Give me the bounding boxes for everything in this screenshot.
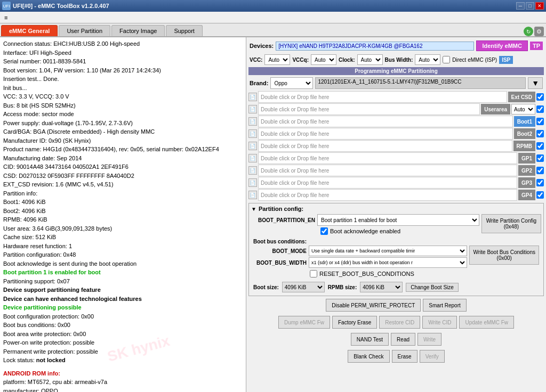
- file-icon-gp1[interactable]: 📄: [248, 154, 257, 162]
- minimize-button[interactable]: ─: [516, 2, 525, 10]
- title-bar-left: UFI UFI[#0] - eMMC ToolBox v1.2.0.407: [2, 2, 109, 10]
- info-line: Serial number: 0011-8839-5841: [3, 57, 243, 66]
- maximize-button[interactable]: □: [526, 2, 534, 10]
- refresh-icon[interactable]: ↻: [524, 27, 533, 36]
- gp2-checkbox[interactable]: [536, 167, 544, 174]
- direct-emmc-label: Direct eMMC (ISP): [452, 57, 497, 63]
- file-drop-boot1[interactable]: Double click or Drop file here: [258, 116, 513, 127]
- action-row-2: Dump eMMC Fw Factory Erase Restore CID W…: [248, 314, 544, 330]
- userarea-checkbox[interactable]: [536, 105, 544, 113]
- boot-ack-checkbox[interactable]: [320, 227, 328, 235]
- menu-bar: ≡: [0, 12, 546, 23]
- file-icon-rpmb[interactable]: 📄: [248, 142, 257, 150]
- write-cid-button[interactable]: Write CID: [422, 316, 457, 329]
- file-drop-boot2[interactable]: Double click or Drop file here: [258, 128, 513, 140]
- boot-partition-en-select[interactable]: Boot partition 1 enabled for boot: [317, 214, 479, 226]
- restore-cid-button[interactable]: Restore CID: [379, 316, 420, 329]
- file-drop-gp2[interactable]: Double click or Drop file here: [258, 165, 517, 176]
- blank-check-button[interactable]: Blank Check: [348, 350, 389, 363]
- smart-report-button[interactable]: Smart Report: [423, 299, 466, 312]
- gp4-checkbox[interactable]: [536, 191, 544, 199]
- file-icon-ext-csd[interactable]: 📄: [248, 93, 257, 101]
- disable-perm-write-protect-button[interactable]: Disable PERM_WRITE_PROTECT: [326, 299, 421, 312]
- boot-size-select[interactable]: 4096 KiB: [282, 282, 325, 292]
- file-icon-gp3[interactable]: 📄: [248, 178, 257, 187]
- tab-emmc-general[interactable]: eMMC General: [1, 25, 58, 36]
- write-boot-bus-conditions-button[interactable]: Write Boot Bus Conditions (0x00): [469, 246, 539, 265]
- info-line: Boot1: 4096 KiB: [3, 198, 243, 207]
- write-partition-config-button[interactable]: Write Partition Config (0x48): [481, 214, 541, 233]
- reset-boot-bus-checkbox[interactable]: [310, 270, 317, 277]
- bus-width-select[interactable]: Auto: [415, 54, 440, 65]
- boot2-checkbox[interactable]: [536, 130, 544, 137]
- file-icon-userarea[interactable]: 📄: [248, 105, 257, 113]
- vccq-select[interactable]: Auto: [311, 54, 336, 65]
- model-value: 1201(1201EX-A_11_160715-5.1-LMY47I)[F312…: [315, 77, 526, 89]
- direct-emmc-checkbox[interactable]: [443, 56, 450, 63]
- userarea-auto-select[interactable]: Auto: [511, 104, 535, 115]
- file-drop-gp3[interactable]: Double click or Drop file here: [258, 177, 517, 189]
- update-emmc-fw-button[interactable]: Update eMMC Fw: [459, 316, 514, 329]
- read-button[interactable]: Read: [391, 333, 415, 346]
- file-icon-gp2[interactable]: 📄: [248, 166, 257, 175]
- file-row-ext-csd: 📄 Double click or Drop file here Ext CSD: [248, 91, 544, 103]
- tab-factory-image[interactable]: Factory Image: [111, 25, 165, 36]
- file-row-rpmb: 📄 Double click or Drop file here RPMB: [248, 140, 544, 152]
- info-line: Boot area write protection: 0x00: [3, 330, 243, 339]
- partition-config-section: ▼ Partition config: BOOT_PARTITION_EN Bo…: [248, 203, 544, 296]
- dump-emmc-fw-button[interactable]: Dump eMMC Fw: [278, 316, 330, 329]
- file-drop-rpmb[interactable]: Double click or Drop file here: [258, 140, 512, 152]
- hamburger-menu[interactable]: ≡: [0, 13, 12, 22]
- close-button[interactable]: ✕: [535, 2, 544, 10]
- gp3-checkbox[interactable]: [536, 179, 544, 186]
- gear-icon[interactable]: ⚙: [534, 27, 544, 36]
- tag-gp3: GP3: [518, 177, 535, 188]
- file-drop-ext-csd[interactable]: Double click or Drop file here: [258, 91, 507, 103]
- file-icon-gp4[interactable]: 📄: [248, 191, 257, 199]
- nand-test-button[interactable]: NAND Test: [351, 333, 389, 346]
- reset-row: RESET_BOOT_BUS_CONDITIONS: [310, 270, 539, 277]
- model-expand-button[interactable]: ▼: [528, 77, 543, 89]
- info-line: Power-on write protection: possible: [3, 338, 243, 347]
- info-line: Device support partitioning feature: [3, 285, 243, 295]
- info-line: Partition info:: [3, 189, 243, 198]
- file-row-gp2: 📄 Double click or Drop file here GP2: [248, 165, 544, 176]
- file-row-boot1: 📄 Double click or Drop file here Boot1: [248, 116, 544, 127]
- tab-user-partition[interactable]: User Partition: [59, 25, 110, 36]
- file-drop-userarea[interactable]: Double click or Drop file here: [258, 103, 480, 115]
- tag-gp1: GP1: [518, 153, 535, 164]
- change-boot-size-button[interactable]: Change Boot Size: [406, 283, 459, 292]
- window-title: UFI[#0] - eMMC ToolBox v1.2.0.407: [13, 3, 109, 9]
- file-drop-gp1[interactable]: Double click or Drop file here: [258, 152, 517, 164]
- vcc-select[interactable]: Auto: [264, 54, 290, 65]
- tag-boot1: Boot1: [514, 116, 535, 127]
- factory-erase-button[interactable]: Factory Erase: [332, 316, 377, 329]
- rpmb-checkbox[interactable]: [536, 142, 544, 150]
- boot-mode-select[interactable]: Use single data rate + backward compatib…: [309, 246, 467, 256]
- isp-badge: ISP: [499, 56, 513, 64]
- file-drop-gp4[interactable]: Double click or Drop file here: [258, 189, 517, 201]
- verify-button[interactable]: Verify: [420, 350, 445, 363]
- partition-config-label: Partition config:: [259, 206, 303, 212]
- info-line: Bus: 8 bit (HS SDR 52MHz): [3, 101, 243, 110]
- boot-mode-label: BOOT_MODE: [253, 248, 307, 254]
- file-icon-boot1[interactable]: 📄: [248, 117, 257, 126]
- ext-csd-checkbox[interactable]: [536, 93, 544, 101]
- device-partitioning: Device partitioning possible: [3, 303, 243, 312]
- erase-button[interactable]: Erase: [392, 350, 417, 363]
- write-button[interactable]: Write: [417, 333, 441, 346]
- file-icon-boot2[interactable]: 📄: [248, 129, 257, 138]
- rpmb-size-select[interactable]: 4096 KiB: [360, 282, 403, 292]
- boot-bus-width-select[interactable]: x1 (sdr) or x4 (ddr) bus width in boot o…: [309, 257, 467, 268]
- identify-emmc-button[interactable]: Identify eMMC: [476, 40, 528, 51]
- tab-support[interactable]: Support: [166, 25, 203, 36]
- tp-badge: TP: [530, 42, 543, 50]
- gp1-checkbox[interactable]: [536, 154, 544, 162]
- brand-select[interactable]: Oppo: [270, 77, 313, 89]
- boot1-checkbox[interactable]: [536, 118, 544, 125]
- file-row-gp4: 📄 Double click or Drop file here GP4: [248, 189, 544, 201]
- clock-select[interactable]: Auto: [357, 54, 383, 65]
- file-row-userarea: 📄 Double click or Drop file here Userare…: [248, 103, 544, 115]
- boot-ack-label: Boot acknowledge enabled: [330, 228, 400, 234]
- partition-collapse-icon[interactable]: ▼: [251, 206, 256, 212]
